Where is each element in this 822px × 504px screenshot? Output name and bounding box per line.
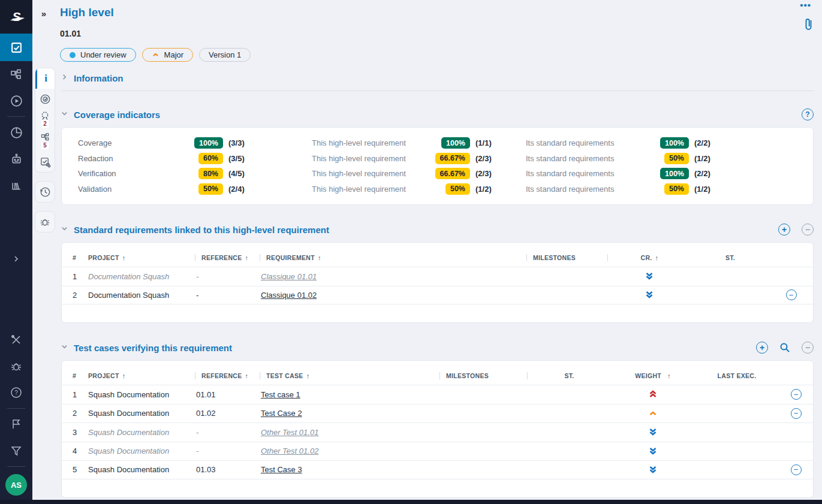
user-avatar[interactable]: AS: [5, 474, 27, 496]
chevron-down-icon[interactable]: [61, 110, 68, 119]
requirement-link[interactable]: Classique 01.02: [261, 291, 317, 300]
sidebar-expand-button[interactable]: [0, 250, 32, 268]
more-actions-button[interactable]: •••: [800, 0, 811, 10]
column-project[interactable]: PROJECT↑: [87, 254, 195, 261]
reference-cell: -: [195, 291, 260, 300]
sidebar-item-filter[interactable]: [0, 437, 32, 464]
column-last-exec[interactable]: LAST EXEC.: [718, 372, 757, 379]
std-requirements-label: Its standard requirements: [526, 138, 654, 147]
collapse-tree-button[interactable]: »: [37, 8, 50, 19]
search-test-cases-button[interactable]: [778, 341, 791, 354]
unlink-row-button[interactable]: −: [791, 464, 802, 475]
requirement-link[interactable]: Classique 01.01: [261, 272, 317, 281]
hl-requirement-label: This high-level requirement: [312, 169, 434, 178]
sidebar-item-library[interactable]: [0, 172, 32, 198]
rail-tab-information[interactable]: i: [35, 68, 55, 89]
unlink-row-button[interactable]: −: [791, 389, 802, 400]
table-row[interactable]: 2 Documentation Squash - Classique 01.02…: [62, 286, 813, 305]
column-num[interactable]: #: [62, 372, 87, 379]
table-row[interactable]: 5 Squash Documentation 01.03 Test Case 3…: [62, 460, 813, 479]
table-row[interactable]: 4 Squash Documentation - Other Test 01.0…: [62, 442, 813, 461]
svg-text:?: ?: [14, 390, 18, 396]
coverage-section-title[interactable]: Coverage indicators: [74, 110, 160, 120]
rail-tab-history[interactable]: [35, 182, 55, 202]
main-panel: » ••• High level 01.01 Under review: [32, 0, 822, 504]
coverage-rate-fraction: (1/2): [694, 185, 813, 194]
column-status[interactable]: ST.: [527, 372, 611, 379]
chevron-down-icon[interactable]: [61, 343, 68, 352]
coverage-rate-fraction: (1/2): [694, 154, 813, 163]
project-cell: Squash Documentation: [87, 428, 195, 437]
sidebar-item-bugtracker[interactable]: [0, 353, 32, 379]
coverage-row-label: Coverage: [78, 138, 187, 147]
table-row[interactable]: 1 Squash Documentation 01.01 Test case 1…: [62, 385, 813, 404]
checkbox-link-icon: [40, 156, 51, 168]
linked-requirements-section-title[interactable]: Standard requirements linked to this hig…: [74, 225, 329, 235]
remove-test-case-button[interactable]: −: [802, 342, 814, 354]
status-badge[interactable]: Under review: [60, 48, 136, 62]
column-reference[interactable]: REFERENCE↑: [195, 254, 260, 261]
test-case-link[interactable]: Test Case 2: [261, 409, 302, 418]
column-milestones[interactable]: MILESTONES: [526, 254, 607, 261]
link-requirement-button[interactable]: +: [778, 224, 790, 236]
sidebar-item-requirements[interactable]: [0, 34, 32, 61]
add-test-case-button[interactable]: +: [756, 342, 768, 354]
table-row[interactable]: 2 Squash Documentation 01.02 Test Case 2…: [62, 404, 813, 423]
hl-requirement-label: This high-level requirement: [312, 154, 434, 163]
sidebar-item-milestones[interactable]: [0, 411, 32, 437]
unlink-row-button[interactable]: −: [786, 289, 797, 300]
row-number: 3: [62, 428, 87, 437]
information-icon: i: [44, 73, 47, 84]
rail-tab-issues[interactable]: [35, 212, 55, 232]
coverage-rate-fraction: (2/4): [228, 185, 312, 194]
status-badge-label: Under review: [80, 50, 127, 59]
column-requirement[interactable]: REQUIREMENT↑: [260, 254, 526, 261]
sidebar-item-executions[interactable]: [0, 87, 32, 114]
column-milestones[interactable]: MILESTONES: [439, 372, 527, 379]
test-case-link[interactable]: Other Test 01.02: [261, 446, 318, 455]
reference-cell: 01.01: [195, 390, 260, 399]
test-case-link[interactable]: Other Test 01.01: [261, 428, 318, 437]
rail-tab-coverage[interactable]: [35, 89, 55, 109]
coverage-rate-badge: 50%: [198, 183, 223, 195]
coverage-row-label: Redaction: [78, 154, 187, 163]
rail-tab-linked-requirements[interactable]: 2: [35, 109, 55, 130]
column-criticality[interactable]: CR.↑: [607, 254, 691, 261]
information-section-title[interactable]: Information: [74, 73, 124, 83]
badge-row: Under review Major Version 1: [60, 48, 812, 62]
chevron-down-icon[interactable]: [61, 225, 68, 234]
rail-tab-verified-by[interactable]: [35, 152, 55, 172]
coverage-rate-badge: 50%: [664, 153, 689, 164]
executions-play-icon: [10, 95, 23, 107]
weight-low-icon: [648, 465, 658, 475]
column-project[interactable]: PROJECT↑: [87, 372, 195, 379]
chevron-right-icon[interactable]: [61, 74, 68, 82]
column-num[interactable]: #: [62, 254, 87, 261]
reference-cell: -: [195, 428, 260, 437]
rail-tab-verifying-test-cases[interactable]: 5: [35, 130, 55, 152]
column-weight[interactable]: WEIGHT↑: [635, 372, 671, 379]
row-number: 2: [62, 291, 87, 300]
coverage-rate-badge: 66.67%: [435, 153, 470, 164]
table-row[interactable]: 3 Squash Documentation - Other Test 01.0…: [62, 422, 813, 442]
reporting-pie-icon: [10, 126, 23, 139]
sidebar-item-help[interactable]: ?: [0, 379, 32, 406]
criticality-badge[interactable]: Major: [142, 48, 194, 62]
sidebar-item-test-cases[interactable]: [0, 61, 32, 87]
squash-logo[interactable]: S: [0, 0, 32, 34]
column-reference[interactable]: REFERENCE↑: [195, 372, 260, 379]
attachments-button[interactable]: [803, 17, 814, 34]
unlink-row-button[interactable]: −: [791, 408, 802, 419]
test-case-link[interactable]: Test Case 3: [261, 465, 302, 474]
sidebar-item-administration[interactable]: [0, 327, 32, 353]
column-test-case[interactable]: TEST CASE↑: [260, 372, 439, 379]
sidebar-item-reporting[interactable]: [0, 119, 32, 146]
sidebar-item-automation[interactable]: [0, 146, 32, 172]
column-status[interactable]: ST.: [725, 254, 735, 261]
test-case-link[interactable]: Test case 1: [261, 390, 300, 399]
table-row[interactable]: 1 Documentation Squash - Classique 01.01: [62, 267, 813, 286]
coverage-help-button[interactable]: ?: [802, 108, 814, 120]
unlink-requirement-button[interactable]: −: [802, 224, 814, 236]
version-badge[interactable]: Version 1: [199, 48, 251, 62]
test-cases-section-title[interactable]: Test cases verifying this requirement: [74, 343, 232, 353]
